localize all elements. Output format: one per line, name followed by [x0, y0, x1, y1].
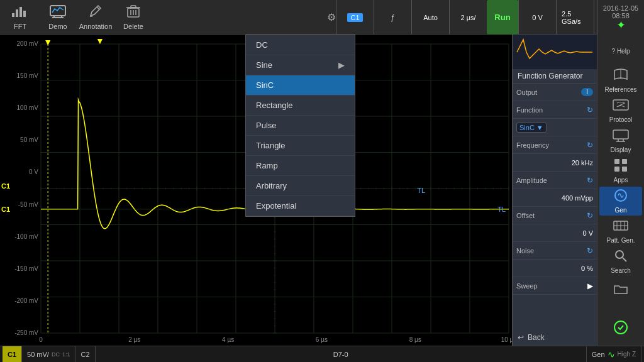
- fg-sweep-row[interactable]: Sweep ▶: [513, 277, 597, 295]
- gen-button[interactable]: Gen: [599, 187, 642, 216]
- fg-sweep-label: Sweep: [516, 282, 538, 290]
- main-area: C1 ▼ TL DCSine▶SinCRectanglePulseTriangl…: [0, 35, 644, 346]
- trigger-mode: Auto: [423, 14, 438, 21]
- tl-marker: TL: [417, 187, 425, 194]
- apps-button[interactable]: Apps: [599, 156, 642, 185]
- back-arrow-icon: ↩: [518, 333, 524, 342]
- fg-noise-value: 0 %: [516, 265, 593, 272]
- d7-label: D7-0: [333, 351, 348, 358]
- voltage-cell[interactable]: 0 V: [518, 0, 556, 35]
- settings-icon[interactable]: ⚙: [327, 0, 336, 35]
- demo-label: Demo: [48, 23, 67, 30]
- fg-function-row: Function ↻: [513, 101, 597, 119]
- fg-output-row: Output I: [513, 84, 597, 101]
- gen-status-label: Gen: [592, 351, 605, 358]
- status-indicator: ✦: [616, 19, 626, 31]
- search-button[interactable]: Search: [599, 247, 642, 276]
- ch1-status-cell[interactable]: C1: [3, 346, 22, 362]
- fg-amplitude-value: 400 mVpp: [516, 194, 593, 202]
- patt-gen-icon: [613, 219, 629, 236]
- svg-rect-3: [23, 11, 26, 17]
- fg-noise-refresh-icon[interactable]: ↻: [587, 246, 593, 255]
- annotation-button[interactable]: Annotation: [79, 2, 112, 32]
- run-button[interactable]: Run: [487, 0, 518, 35]
- sample-rate-cell: 2.5 GSa/s: [556, 0, 594, 35]
- ratio-label: 1:1: [62, 351, 70, 358]
- svg-rect-23: [622, 159, 627, 164]
- dropdown-item-pulse[interactable]: Pulse: [246, 116, 355, 136]
- dropdown-item-ramp[interactable]: Ramp: [246, 156, 355, 176]
- fg-function-dropdown[interactable]: SinC ▼: [516, 123, 547, 133]
- help-label: ? Help: [612, 48, 630, 55]
- delete-label: Delete: [123, 23, 143, 30]
- folder-button[interactable]: [599, 277, 642, 305]
- display-label: Display: [611, 146, 631, 153]
- gen-label: Gen: [615, 207, 627, 214]
- dropdown-item-dc[interactable]: DC: [246, 35, 355, 55]
- fg-function-refresh-icon[interactable]: ↻: [587, 106, 593, 114]
- function-dropdown-menu[interactable]: DCSine▶SinCRectanglePulseTriangleRampArb…: [245, 35, 355, 217]
- references-label: References: [604, 86, 636, 93]
- fg-amplitude-row: Amplitude ↻: [513, 172, 597, 189]
- ch1-tag-cell[interactable]: C1: [336, 0, 374, 35]
- display-button[interactable]: Display: [599, 126, 642, 155]
- fg-function-label: Function: [516, 106, 543, 114]
- datetime-display: 2016-12-05 08:58 ✦: [597, 0, 644, 35]
- fg-amplitude-refresh-icon[interactable]: ↻: [587, 176, 593, 185]
- apps-label: Apps: [614, 177, 628, 184]
- dropdown-item-arbitrary[interactable]: Arbitrary: [246, 176, 355, 196]
- fg-panel-title: Function Generator: [513, 69, 597, 84]
- ch2-status-cell[interactable]: C2: [75, 346, 95, 362]
- svg-rect-1: [16, 9, 18, 17]
- sample-rate: 2.5 GSa/s: [562, 10, 589, 25]
- folder-icon: [613, 282, 628, 299]
- d7-status-cell[interactable]: D7-0: [96, 346, 587, 362]
- time-label: 08:58: [612, 12, 630, 19]
- fft-button[interactable]: FFT: [4, 2, 36, 32]
- protocol-button[interactable]: Protocol: [599, 96, 642, 125]
- fg-frequency-value-row: 20 kHz: [513, 154, 597, 172]
- fg-frequency-value: 20 kHz: [516, 159, 593, 167]
- fg-offset-value: 0 V: [516, 229, 593, 237]
- toolbar: FFT Demo Annotation: [0, 0, 644, 35]
- demo-icon: [49, 4, 67, 21]
- fg-output-toggle[interactable]: I: [581, 88, 593, 96]
- dropdown-item-sine[interactable]: Sine▶: [246, 55, 355, 75]
- dropdown-item-expotential[interactable]: Expotential: [246, 196, 355, 216]
- run-label: Run: [494, 13, 510, 22]
- dropdown-item-rectangle[interactable]: Rectangle: [246, 96, 355, 116]
- misc-button[interactable]: [599, 315, 642, 343]
- ch2-status-label: C2: [80, 351, 89, 358]
- fg-offset-row: Offset ↻: [513, 207, 597, 224]
- dropdown-item-sinc[interactable]: SinC: [246, 75, 355, 96]
- annotation-label: Annotation: [79, 23, 113, 30]
- dropdown-item-triangle[interactable]: Triangle: [246, 136, 355, 156]
- time-div-cell[interactable]: 2 µs/: [449, 0, 487, 35]
- ch1-tag: C1: [347, 13, 362, 22]
- scale-value: 50 mV/: [27, 351, 49, 358]
- fg-frequency-row: Frequency ↻: [513, 136, 597, 154]
- fg-back-button[interactable]: ↩ Back: [513, 329, 597, 346]
- fg-waveform-preview: [513, 35, 597, 69]
- sine-symbol: ƒ: [391, 13, 395, 22]
- trigger-mode-cell[interactable]: Auto: [411, 0, 449, 35]
- search-icon: [614, 249, 628, 266]
- fg-frequency-refresh-icon[interactable]: ↻: [587, 141, 593, 150]
- ch1-channel-label: C1: [1, 182, 10, 190]
- svg-rect-0: [12, 13, 14, 17]
- svg-rect-2: [19, 7, 22, 17]
- misc-icon: [613, 320, 628, 338]
- scale-cell[interactable]: 50 mV/ DC 1:1: [22, 346, 75, 362]
- help-button[interactable]: ? Help: [599, 37, 642, 65]
- trigger-marker: ▼: [96, 36, 104, 46]
- references-button[interactable]: References: [599, 66, 642, 95]
- gen-status-cell[interactable]: Gen ∿ High Z: [587, 346, 641, 362]
- fg-amplitude-label: Amplitude: [516, 177, 547, 184]
- delete-button[interactable]: Delete: [117, 2, 150, 32]
- status-bar: C1 50 mV/ DC 1:1 C2 D7-0 Gen ∿ High Z: [0, 346, 644, 362]
- patt-gen-button[interactable]: Patt. Gen.: [599, 217, 642, 246]
- demo-button[interactable]: Demo: [42, 2, 74, 32]
- svg-line-33: [623, 258, 626, 261]
- apps-icon: [614, 158, 628, 175]
- fg-offset-refresh-icon[interactable]: ↻: [587, 211, 593, 220]
